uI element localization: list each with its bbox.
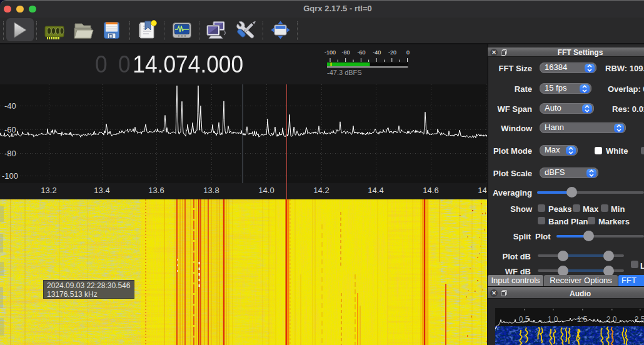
svg-text:-80: -80 (4, 149, 16, 158)
svg-text:-47.3 dBFS: -47.3 dBFS (327, 69, 362, 76)
svg-text:-20: -20 (388, 49, 396, 56)
svg-text:-40: -40 (4, 101, 16, 111)
svg-text:-60: -60 (4, 125, 16, 134)
svg-text:-80: -80 (341, 49, 350, 56)
svg-text:0: 0 (406, 49, 410, 56)
svg-text:-60: -60 (357, 49, 365, 56)
svg-text:-40: -40 (373, 49, 381, 56)
svg-text:-100: -100 (2, 171, 18, 181)
svg-text:-100: -100 (325, 49, 336, 56)
